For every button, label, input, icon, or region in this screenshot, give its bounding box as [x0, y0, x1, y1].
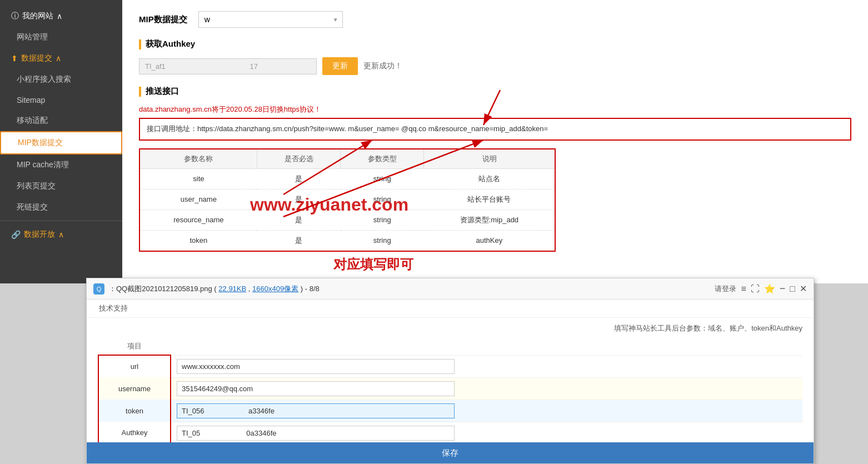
filesize-link[interactable]: 22.91KB [218, 285, 246, 293]
sidebar-my-site-section[interactable]: ⓘ 我的网站 ∧ [0, 6, 122, 27]
field-input[interactable] [177, 359, 455, 374]
chevron-up-icon: ∧ [57, 12, 62, 21]
api-url-box: 接口调用地址：https://data.zhanzhang.sm.cn/push… [139, 118, 851, 141]
sidebar: ⓘ 我的网站 ∧ 网站管理 ⬆ 数据提交 ∧ 小程序接入搜索 Sitemap 移… [0, 0, 122, 283]
sidebar-item-mip-cache[interactable]: MIP cache清理 [0, 154, 122, 176]
field-label: username [98, 377, 171, 400]
param-required: 是 [257, 189, 341, 209]
toolbar-bar: 技术支持 [87, 300, 814, 318]
authkey-input[interactable] [139, 58, 317, 74]
warning-text: data.zhanzhang.sm.cn将于2020.05.28日切换https… [139, 104, 851, 114]
param-name: token [139, 230, 257, 251]
site-selector[interactable]: w [198, 11, 343, 28]
list-item: url [98, 355, 802, 377]
field-value-cell[interactable] [171, 377, 802, 400]
window-title: ：QQ截图20210121205819.png ( 22.91KB , 1660… [109, 284, 710, 294]
update-success-text: 更新成功！ [363, 61, 402, 71]
field-value-cell[interactable] [171, 422, 802, 442]
sidebar-item-mini-program[interactable]: 小程序接入搜索 [0, 69, 122, 90]
sidebar-item-mip-submit[interactable]: MIP数据提交 [0, 131, 122, 154]
col-param-name: 参数名称 [139, 149, 257, 169]
minimize-icon[interactable]: − [780, 283, 786, 295]
sidebar-item-mobile-adapt[interactable]: 移动适配 [0, 110, 122, 131]
toolbar-tech-support[interactable]: 技术支持 [93, 302, 133, 315]
sidebar-data-open-section[interactable]: 🔗 数据开放 ∧ [0, 224, 122, 245]
authkey-section-header: 获取Authkey [139, 39, 851, 49]
maximize-icon[interactable]: □ [790, 284, 795, 294]
bottom-form-table: 项目 url username token Authkey [98, 338, 802, 442]
push-section-header: 推送接口 [139, 86, 851, 97]
table-row: resource_name 是 string 资源类型:mip_add [139, 209, 555, 230]
param-desc: 站点名 [424, 168, 555, 189]
star-icon[interactable]: ⭐ [764, 283, 775, 294]
field-input[interactable] [177, 403, 455, 418]
col-value-header [171, 338, 802, 355]
my-site-label: 我的网站 [22, 11, 53, 21]
upload-icon: ⬆ [11, 54, 18, 63]
col-required: 是否必选 [257, 149, 341, 169]
field-label: url [98, 355, 171, 377]
list-item: username [98, 377, 802, 400]
param-desc: authKey [424, 230, 555, 251]
hint-text: 填写神马站长工具后台参数：域名、账户、token和Authkey [98, 323, 802, 333]
list-item: token [98, 400, 802, 422]
field-input[interactable] [177, 381, 455, 396]
param-type: string [341, 230, 424, 251]
field-label: Authkey [98, 422, 171, 442]
qq-icon: Q [93, 283, 104, 295]
main-content: MIP数据提交 w 获取Authkey 更新 更新成功！ 推送接口 data.z… [122, 0, 868, 283]
param-name: resource_name [139, 209, 257, 230]
param-required: 是 [257, 168, 341, 189]
window-titlebar: Q ：QQ截图20210121205819.png ( 22.91KB , 16… [87, 278, 814, 300]
info-icon: ⓘ [11, 11, 19, 21]
params-table: 参数名称 是否必选 参数类型 说明 site 是 string 站点名 user… [139, 148, 556, 252]
list-item: Authkey [98, 422, 802, 442]
col-desc: 说明 [424, 149, 555, 169]
sidebar-item-list-submit[interactable]: 列表页提交 [0, 176, 122, 197]
param-name: site [139, 168, 257, 189]
field-label: token [98, 400, 171, 422]
param-required: 是 [257, 230, 341, 251]
site-selector-wrapper[interactable]: w [198, 11, 343, 28]
param-type: string [341, 189, 424, 209]
param-desc: 站长平台账号 [424, 189, 555, 209]
menu-icon[interactable]: ≡ [741, 284, 746, 294]
mip-title: MIP数据提交 [139, 14, 187, 25]
table-row: site 是 string 站点名 [139, 168, 555, 189]
table-row: user_name 是 string 站长平台账号 [139, 189, 555, 209]
param-type: string [341, 168, 424, 189]
sidebar-item-site-management[interactable]: 网站管理 [0, 27, 122, 48]
login-text[interactable]: 请登录 [715, 284, 736, 294]
fullscreen-icon[interactable]: ⛶ [751, 284, 760, 294]
chevron-up-icon3: ∧ [58, 230, 64, 239]
mip-header-row: MIP数据提交 w [139, 11, 851, 28]
param-name: user_name [139, 189, 257, 209]
close-icon[interactable]: ✕ [800, 283, 807, 294]
param-desc: 资源类型:mip_add [424, 209, 555, 230]
save-button[interactable]: 保存 [87, 442, 814, 463]
field-input[interactable] [177, 426, 455, 441]
sidebar-item-sitemap[interactable]: Sitemap [0, 90, 122, 110]
field-value-cell[interactable] [171, 355, 802, 377]
bottom-content: 填写神马站长工具后台参数：域名、账户、token和Authkey 项目 url … [87, 318, 814, 442]
chevron-up-icon2: ∧ [56, 54, 61, 63]
sidebar-data-submit-section[interactable]: ⬆ 数据提交 ∧ [0, 48, 122, 69]
update-button[interactable]: 更新 [322, 57, 358, 75]
col-item: 项目 [98, 338, 171, 355]
table-row: token 是 string authKey [139, 230, 555, 251]
col-type: 参数类型 [341, 149, 424, 169]
authkey-row: 更新 更新成功！ [139, 57, 851, 75]
sidebar-item-dead-link[interactable]: 死链提交 [0, 197, 122, 218]
resolution-link[interactable]: 1660x409像素 [252, 285, 298, 293]
window-controls: 请登录 ≡ ⛶ ⭐ − □ ✕ [715, 283, 807, 295]
param-type: string [341, 209, 424, 230]
link-icon: 🔗 [11, 230, 21, 239]
field-value-cell[interactable] [171, 400, 802, 422]
param-required: 是 [257, 209, 341, 230]
bottom-window: Q ：QQ截图20210121205819.png ( 22.91KB , 16… [86, 278, 814, 464]
